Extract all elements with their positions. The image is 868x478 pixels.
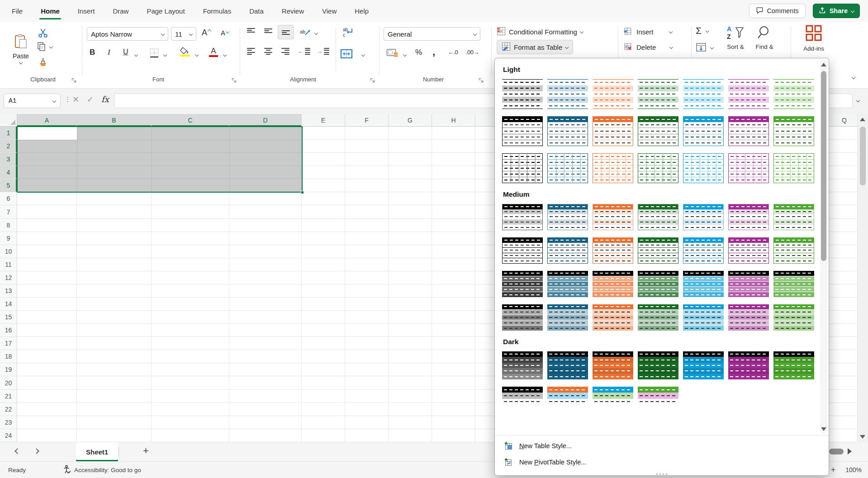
cell-A20[interactable] bbox=[17, 376, 77, 389]
table-style-dark-duo-11[interactable] bbox=[638, 387, 678, 405]
cell-D17[interactable] bbox=[229, 337, 302, 350]
cell-H8[interactable] bbox=[432, 219, 475, 232]
table-style-light-banded-dark-blue[interactable] bbox=[547, 79, 588, 109]
cell-A11[interactable] bbox=[17, 258, 77, 271]
cell-D24[interactable] bbox=[229, 429, 302, 442]
cell-D22[interactable] bbox=[229, 403, 302, 416]
cell-H18[interactable] bbox=[432, 350, 475, 363]
row-header-20[interactable]: 20 bbox=[0, 376, 17, 389]
table-style-dark-solid-dark-blue[interactable] bbox=[547, 351, 588, 379]
cell-E14[interactable] bbox=[302, 298, 345, 311]
row-header-5[interactable]: 5 bbox=[0, 179, 17, 192]
cell-F20[interactable] bbox=[345, 376, 389, 389]
sheet-tab-sheet1[interactable]: Sheet1 bbox=[76, 442, 118, 461]
cell-G15[interactable] bbox=[389, 311, 432, 324]
share-button[interactable]: Share bbox=[813, 4, 860, 18]
cell-F23[interactable] bbox=[345, 416, 389, 429]
table-style-dark-solid-light-blue[interactable] bbox=[683, 351, 724, 379]
cell-E17[interactable] bbox=[302, 337, 345, 350]
cell-H12[interactable] bbox=[432, 271, 475, 284]
cell-F15[interactable] bbox=[345, 311, 389, 324]
cell-B22[interactable] bbox=[77, 403, 152, 416]
cell-H1[interactable] bbox=[432, 127, 475, 140]
table-style-light-banded-dark-green[interactable] bbox=[638, 79, 678, 109]
cell-C21[interactable] bbox=[152, 390, 229, 403]
vertical-scroll-thumb[interactable] bbox=[860, 127, 866, 185]
cell-F11[interactable] bbox=[345, 258, 389, 271]
cell-B18[interactable] bbox=[77, 350, 152, 363]
cell-F16[interactable] bbox=[345, 324, 389, 337]
cell-H15[interactable] bbox=[432, 311, 475, 324]
clipboard-dialog-launcher[interactable] bbox=[71, 76, 76, 85]
table-style-light-grid-dark-green[interactable] bbox=[638, 153, 678, 183]
cell-F10[interactable] bbox=[345, 245, 389, 258]
row-header-17[interactable]: 17 bbox=[0, 337, 17, 350]
cell-F22[interactable] bbox=[345, 403, 389, 416]
table-style-light-grid-black[interactable] bbox=[502, 153, 543, 183]
cell-D10[interactable] bbox=[229, 245, 302, 258]
align-center-button[interactable] bbox=[264, 48, 272, 55]
column-header-B[interactable]: B bbox=[77, 114, 152, 127]
row-header-3[interactable]: 3 bbox=[0, 153, 17, 166]
cell-E8[interactable] bbox=[302, 219, 345, 232]
cell-B21[interactable] bbox=[77, 390, 152, 403]
sort-filter-button[interactable]: AZ Sort & bbox=[722, 24, 749, 50]
row-header-1[interactable]: 1 bbox=[0, 127, 17, 140]
cell-H6[interactable] bbox=[432, 192, 475, 205]
cell-F24[interactable] bbox=[345, 429, 389, 442]
cell-G3[interactable] bbox=[389, 153, 432, 166]
table-style-medium-lines-dark-blue[interactable] bbox=[547, 237, 588, 264]
cell-D14[interactable] bbox=[229, 298, 302, 311]
table-style-dark-solid-black[interactable] bbox=[502, 351, 543, 379]
menu-tab-view[interactable]: View bbox=[321, 1, 337, 21]
cell-E4[interactable] bbox=[302, 166, 345, 179]
horizontal-scroll-thumb[interactable] bbox=[829, 449, 844, 454]
cell-H7[interactable] bbox=[432, 205, 475, 218]
table-style-light-banded-purple[interactable] bbox=[728, 79, 769, 109]
cell-F8[interactable] bbox=[345, 219, 389, 232]
cell-G1[interactable] bbox=[389, 127, 432, 140]
enter-icon[interactable]: ✓ bbox=[87, 95, 94, 104]
fill-handle[interactable] bbox=[301, 191, 304, 194]
find-select-button[interactable]: Find & bbox=[751, 24, 778, 50]
cell-E16[interactable] bbox=[302, 324, 345, 337]
row-header-2[interactable]: 2 bbox=[0, 140, 17, 153]
cell-A9[interactable] bbox=[17, 232, 77, 245]
cell-H2[interactable] bbox=[432, 140, 475, 153]
row-header-16[interactable]: 16 bbox=[0, 324, 17, 337]
cell-G7[interactable] bbox=[389, 205, 432, 218]
name-box[interactable]: A1 bbox=[4, 94, 61, 108]
cell-D8[interactable] bbox=[229, 219, 302, 232]
table-style-medium-banded-light-blue[interactable] bbox=[683, 204, 724, 230]
cell-B19[interactable] bbox=[77, 363, 152, 376]
wrap-text-button[interactable]: abc bbox=[342, 26, 354, 38]
align-right-button[interactable] bbox=[281, 48, 289, 55]
column-header-D[interactable]: D bbox=[229, 114, 302, 127]
table-style-dark-duo-9[interactable] bbox=[547, 387, 588, 405]
cell-E11[interactable] bbox=[302, 258, 345, 271]
menu-tab-file[interactable]: File bbox=[11, 1, 24, 21]
cell-E21[interactable] bbox=[302, 390, 345, 403]
decrease-font-size-button[interactable]: A bbox=[221, 29, 229, 37]
table-style-light-header-purple[interactable] bbox=[728, 116, 769, 146]
row-header-23[interactable]: 23 bbox=[0, 416, 17, 429]
table-style-medium-dark-dark-blue[interactable] bbox=[547, 271, 588, 297]
cell-G11[interactable] bbox=[389, 258, 432, 271]
table-style-medium-dark-orange[interactable] bbox=[593, 271, 633, 297]
table-style-medium-lines-orange[interactable] bbox=[593, 237, 633, 264]
cell-D18[interactable] bbox=[229, 350, 302, 363]
cell-H23[interactable] bbox=[432, 416, 475, 429]
table-style-medium-solid-light-green[interactable] bbox=[773, 304, 814, 331]
cell-E20[interactable] bbox=[302, 376, 345, 389]
gallery-scroll-down-icon[interactable] bbox=[821, 427, 826, 431]
cell-H19[interactable] bbox=[432, 363, 475, 376]
cell-E5[interactable] bbox=[302, 179, 345, 192]
increase-indent-button[interactable]: → bbox=[317, 48, 329, 55]
menu-tab-draw[interactable]: Draw bbox=[112, 1, 129, 21]
ribbon-collapse-chevron[interactable] bbox=[852, 76, 855, 79]
cell-F5[interactable] bbox=[345, 179, 389, 192]
menu-tab-insert[interactable]: Insert bbox=[77, 1, 96, 21]
cell-B12[interactable] bbox=[77, 271, 152, 284]
align-left-button[interactable] bbox=[247, 48, 255, 55]
cell-D15[interactable] bbox=[229, 311, 302, 324]
